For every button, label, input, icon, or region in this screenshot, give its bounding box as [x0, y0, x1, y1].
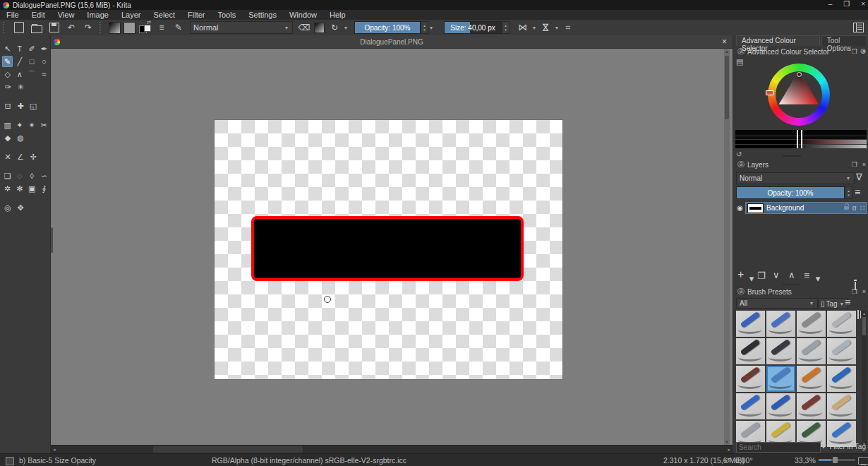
canvas-rotation-icon[interactable]: ↺ [724, 454, 730, 466]
docker-float-icon[interactable]: ❐ [852, 161, 857, 168]
preserve-alpha-icon[interactable] [314, 23, 325, 33]
preset-search-input[interactable] [736, 442, 821, 453]
move-layer-up-button[interactable]: ∧ [788, 269, 795, 282]
toolbar-handle[interactable] [3, 22, 8, 33]
tool-zoom[interactable]: ◎ [2, 202, 13, 213]
chevron-down-icon[interactable]: ▾ [749, 273, 754, 285]
tool-move[interactable]: ✚ [15, 100, 26, 112]
tool-clone[interactable]: ✂ [39, 119, 49, 131]
chevron-down-icon[interactable]: ▾ [815, 273, 821, 285]
tab-advanced-colour-selector[interactable]: Advanced Colour Selector [736, 35, 820, 46]
docker-close-icon[interactable]: × [862, 161, 866, 168]
open-document-icon[interactable] [31, 25, 42, 33]
layer-opacity-slider[interactable]: Opacity: 100% [736, 186, 845, 199]
menu-file[interactable]: File [0, 10, 25, 20]
menu-layer[interactable]: Layer [115, 10, 147, 20]
brush-preset-marker-dark[interactable] [736, 338, 765, 364]
acs-settings-icon[interactable]: ▤ [736, 57, 743, 66]
tool-reference-images[interactable]: ✢ [28, 151, 39, 162]
new-document-icon[interactable] [14, 22, 24, 33]
size-spinner[interactable]: ▴▾ [502, 21, 510, 34]
brush-preset-eraser-hard[interactable] [736, 311, 765, 337]
blending-mode-select[interactable]: Normal ▾ [190, 21, 293, 34]
tool-text[interactable]: T [14, 43, 25, 54]
minimize-button[interactable]: – [828, 0, 833, 8]
menu-view[interactable]: View [52, 10, 81, 20]
toolbar-handle[interactable] [100, 22, 104, 33]
acs-blocked-icon[interactable]: ⊘ [860, 47, 866, 66]
tool-rectangular-select[interactable]: ❏ [2, 170, 13, 181]
brush-preset-chooser-icon[interactable]: ≡ [155, 22, 168, 33]
fg-bg-colors-icon[interactable]: ⇄ [139, 22, 151, 33]
opacity-spinner[interactable]: ▴▾ [421, 21, 428, 34]
presets-scrollbar-handle[interactable] [862, 317, 866, 335]
brush-preset-pencil-soft[interactable] [766, 393, 795, 419]
acs-refresh-icon[interactable]: ↺ [736, 150, 742, 158]
tool-transform[interactable]: ⊡ [2, 100, 13, 112]
restore-button[interactable]: ❐ [843, 0, 850, 8]
tool-line[interactable]: ╱ [14, 56, 25, 67]
tool-fill[interactable]: ◆ [2, 132, 13, 143]
edit-brush-settings-icon[interactable]: ✎ [172, 22, 185, 33]
brush-preset-pen-metal[interactable] [797, 338, 826, 364]
opacity-slider[interactable]: Opacity: 100% [354, 21, 421, 34]
mirror-vertical-icon[interactable]: ⋈ [540, 21, 551, 34]
brush-preset-pencil-hb[interactable] [736, 393, 765, 419]
splitter-handle[interactable] [51, 227, 53, 253]
brush-preset-marker-chisel[interactable] [766, 338, 795, 364]
layer-alpha-icon[interactable]: α [852, 204, 857, 212]
vertical-scrollbar[interactable]: ▲ ▼ [724, 49, 730, 445]
tool-bezier-curve[interactable]: ⌒ [27, 68, 37, 80]
canvas-area[interactable]: DialoguePanel.PNG × ▲ ▼ ◂ ▸ [51, 35, 733, 453]
chevron-down-icon[interactable]: ▾ [554, 25, 560, 31]
colorspace-label[interactable]: RGB/Alpha (8-bit integer/channel) sRGB-e… [212, 454, 406, 466]
tool-gradient[interactable]: ▥ [2, 119, 13, 131]
mirror-horizontal-icon[interactable]: ⋈ [517, 22, 529, 33]
tool-colorize-mask[interactable]: ◍ [15, 132, 26, 143]
layer-visibility-eye-icon[interactable]: ◉ [735, 204, 745, 212]
chevron-down-icon[interactable]: ▾ [531, 25, 537, 31]
layer-options-menu-icon[interactable]: ≡ [855, 186, 860, 198]
canvas-angle-value[interactable]: 0,00° [735, 454, 753, 466]
tool-similar-select[interactable]: ✻ [14, 183, 25, 194]
tool-smart-patch[interactable]: ✴ [27, 119, 37, 131]
chevron-down-icon[interactable]: ▾ [343, 25, 349, 31]
zoom-slider-handle[interactable] [833, 457, 838, 463]
presets-scrollbar[interactable]: ▲ ▼ [862, 311, 867, 447]
brush-preset-airbrush[interactable] [797, 311, 826, 337]
layer-filter-funnel-icon[interactable]: ∇ [856, 172, 862, 182]
choose-workspace-icon[interactable] [853, 23, 864, 32]
eraser-mode-icon[interactable]: ⌫ [298, 22, 311, 33]
brush-preset-eraser-soft[interactable] [766, 311, 795, 337]
menu-select[interactable]: Select [147, 10, 181, 20]
add-layer-button[interactable]: + [737, 268, 744, 281]
pattern-chooser-icon[interactable] [123, 22, 135, 34]
preset-filter-select[interactable]: All ▾ [736, 298, 818, 309]
tool-crop[interactable]: ◱ [28, 100, 39, 112]
canvas[interactable] [215, 120, 562, 379]
tab-tool-options[interactable]: Tool Options [821, 35, 867, 46]
duplicate-layer-button[interactable]: ❐ [757, 270, 766, 282]
tool-rectangle[interactable]: □ [27, 56, 37, 67]
tool-polygon[interactable]: ◇ [2, 68, 13, 80]
brush-preset-pencil-red[interactable] [797, 393, 826, 419]
tool-dynamic-brush[interactable]: ✑ [2, 81, 13, 92]
tool-select-shapes[interactable]: ↖ [2, 43, 13, 54]
tool-magnetic-select[interactable]: ∮ [39, 183, 49, 194]
tool-polygonal-select[interactable]: ◊ [27, 170, 37, 181]
redo-icon[interactable]: ↷ [82, 22, 95, 33]
horizontal-scrollbar[interactable]: ◂ ▸ [51, 445, 733, 453]
vertical-scrollbar-handle[interactable] [725, 56, 729, 119]
menu-filter[interactable]: Filter [181, 10, 211, 20]
current-brush-icon[interactable] [6, 457, 14, 465]
tool-edit-shapes[interactable]: ✐ [27, 43, 37, 54]
brush-preset-wet-brush[interactable] [736, 366, 765, 392]
reload-preset-icon[interactable]: ↻ [328, 22, 341, 33]
tool-multibrush[interactable]: ✳ [15, 81, 26, 92]
filter-in-tag-checkbox[interactable]: ✓ Filter in Tag [821, 443, 866, 450]
save-icon[interactable] [49, 23, 59, 32]
brush-preset-pencil-tan[interactable] [827, 393, 856, 419]
chevron-down-icon[interactable]: ▾ [428, 25, 434, 31]
zoom-level-value[interactable]: 33,3% [795, 454, 816, 466]
tool-calligraphy[interactable]: ✒ [39, 43, 49, 54]
